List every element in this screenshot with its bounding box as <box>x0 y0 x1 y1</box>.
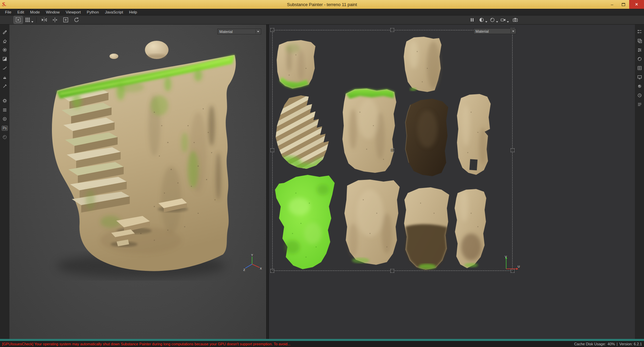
layers-icon <box>637 38 642 43</box>
material-mode-select-2d[interactable]: Material <box>473 28 516 34</box>
pause-engine-button[interactable] <box>468 16 477 24</box>
menu-item-window[interactable]: Window <box>43 9 63 15</box>
chevron-down-icon <box>507 21 509 23</box>
grid-panel-icon <box>637 65 642 71</box>
axis-z-label: Z <box>243 268 245 272</box>
shader-sphere-icon <box>637 56 642 62</box>
close-icon: ✕ <box>635 2 638 7</box>
symmetry-plane-button[interactable] <box>51 16 59 24</box>
uv-handle-bottom-center[interactable] <box>391 269 394 273</box>
minimize-button[interactable]: – <box>606 0 618 9</box>
plus-square-icon <box>62 17 69 23</box>
chevron-down-icon <box>496 21 498 23</box>
window-title: Substance Painter - terreno 11 paint <box>0 2 644 7</box>
toolbar-right-cluster <box>467 15 521 24</box>
uv-handle-mid-right[interactable] <box>511 149 515 152</box>
photoshop-icon: Ps <box>2 126 8 131</box>
paint-tool-button[interactable] <box>1 28 8 35</box>
symmetry-settings-button[interactable] <box>14 16 23 24</box>
uv-handle-mid-left[interactable] <box>271 149 274 152</box>
iray-render-button[interactable] <box>1 133 8 141</box>
polygon-fill-icon <box>2 56 7 62</box>
log-panel-button[interactable] <box>636 101 643 108</box>
clone-tool-button[interactable] <box>1 73 8 81</box>
viewport-splitter[interactable] <box>266 25 269 339</box>
clock-icon <box>637 93 642 98</box>
shading-mode-dropdown[interactable] <box>489 16 498 24</box>
settings-button[interactable] <box>1 97 8 104</box>
3d-model-render <box>9 25 266 339</box>
shaded-sphere-icon <box>489 17 495 23</box>
display-settings-panel-button[interactable] <box>636 73 643 81</box>
gear-icon <box>2 98 7 103</box>
chevron-down-icon <box>485 21 487 23</box>
cache-disk-usage-value: 40% <box>608 342 615 346</box>
close-button[interactable]: ✕ <box>629 0 644 9</box>
toolbar-separator <box>36 17 37 23</box>
projection-icon <box>2 47 7 53</box>
substance-painter-window: S. Substance Painter - terreno 11 paint … <box>0 0 644 347</box>
menu-item-help[interactable]: Help <box>126 9 140 15</box>
menu-item-javascript[interactable]: JavaScript <box>102 9 126 15</box>
mirror-button[interactable] <box>40 16 49 24</box>
app-logo-icon: S. <box>2 2 6 7</box>
viewport-2d[interactable]: Material V U <box>269 25 635 339</box>
axis-gizmo-uv: V U <box>503 255 520 272</box>
video-camera-icon <box>500 17 506 23</box>
layers-panel-button[interactable] <box>636 37 643 44</box>
viewport-3d[interactable]: Material Y X Z <box>9 25 266 339</box>
photoshop-export-button[interactable]: Ps <box>1 124 8 132</box>
chevron-down-icon <box>512 31 514 32</box>
texture-set-settings-panel-button[interactable] <box>636 46 643 54</box>
uv-handle-top-center[interactable] <box>391 28 394 32</box>
add-frame-button[interactable] <box>61 16 70 24</box>
material-mode-label: Material <box>219 30 254 34</box>
properties-panel-button[interactable] <box>636 64 643 72</box>
uv-handle-bottom-left[interactable] <box>271 269 274 273</box>
material-view-dropdown[interactable] <box>479 16 487 24</box>
projection-tool-button[interactable] <box>1 46 8 54</box>
menu-item-python[interactable]: Python <box>84 9 102 15</box>
uv-tile-grid-button[interactable] <box>25 16 33 24</box>
uv-handle-center[interactable] <box>391 149 394 152</box>
shelf-sphere-icon <box>2 116 7 122</box>
material-picker-tool-button[interactable] <box>1 83 8 90</box>
viewer-settings-panel-button[interactable] <box>636 83 643 90</box>
maximize-button[interactable] <box>618 0 629 9</box>
axis-v-label: V <box>505 255 507 258</box>
smudge-tool-button[interactable] <box>1 64 8 72</box>
menu-item-viewport[interactable]: Viewport <box>63 9 84 15</box>
reset-view-button[interactable] <box>72 16 81 24</box>
polygon-fill-tool-button[interactable] <box>1 55 8 63</box>
material-mode-select-3d[interactable]: Material <box>217 29 261 34</box>
camera-mode-dropdown[interactable] <box>500 16 509 24</box>
camera-icon <box>512 17 518 23</box>
uv-handle-top-left[interactable] <box>271 28 274 32</box>
menu-item-edit[interactable]: Edit <box>14 9 27 15</box>
eyedropper-icon <box>2 84 7 89</box>
list-panel-icon <box>637 29 642 34</box>
status-right: Cache Disk Usage: 40% | Version: 6.2.1 <box>574 342 642 346</box>
chevron-down-icon <box>257 31 259 32</box>
menu-bar: File Edit Mode Window Viewport Python Ja… <box>0 9 644 15</box>
cache-disk-usage-label: Cache Disk Usage: <box>574 342 606 346</box>
shader-settings-panel-button[interactable] <box>636 55 643 63</box>
shelf-button[interactable] <box>1 115 8 123</box>
iray-sphere-icon <box>2 134 7 140</box>
menu-item-mode[interactable]: Mode <box>27 9 43 15</box>
eraser-tool-button[interactable] <box>1 37 8 44</box>
axis-u-label: U <box>518 265 520 268</box>
baking-button[interactable] <box>1 106 8 114</box>
log-list-icon <box>637 102 642 107</box>
screenshot-button[interactable] <box>511 16 520 24</box>
menu-item-file[interactable]: File <box>2 9 14 15</box>
texture-set-list-panel-button[interactable] <box>636 28 643 35</box>
select-divider <box>255 30 256 33</box>
history-panel-button[interactable] <box>636 92 643 99</box>
viewer-sphere-icon <box>637 84 642 89</box>
axis-y-label: Y <box>251 253 253 257</box>
smudge-icon <box>2 65 7 71</box>
main-toolbar <box>0 15 644 25</box>
gpu-warning-text: [GPUIssuesCheck] Your operating system m… <box>2 342 290 346</box>
titlebar: S. Substance Painter - terreno 11 paint … <box>0 0 644 9</box>
